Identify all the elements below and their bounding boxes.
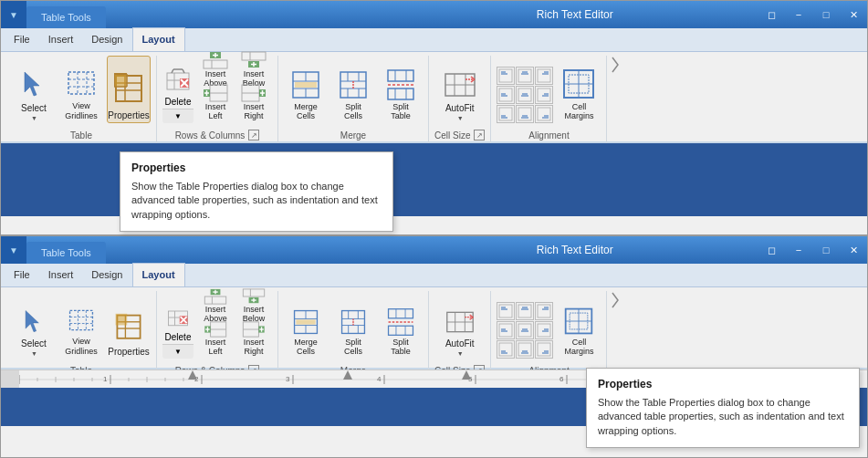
rows-expand-btn-top[interactable]: ↗ [248, 130, 259, 141]
insert-buttons-top: InsertAbove [197, 59, 272, 123]
minimize-button-bottom[interactable]: − [785, 236, 812, 264]
align-bot-center-bottom[interactable] [516, 340, 534, 359]
align-mid-center-bottom[interactable] [516, 321, 534, 339]
align-top-center-bottom[interactable] [516, 302, 534, 320]
properties-icon-bottom [114, 312, 143, 345]
group-cell-size-content-top: AutoFit ▼ [438, 56, 482, 127]
autofit-dropdown-bottom[interactable]: ▼ [457, 350, 464, 357]
align-top-left-top[interactable] [497, 67, 515, 85]
delete-button-bottom[interactable]: Delete [162, 297, 193, 344]
restore-button-bottom[interactable]: ◻ [758, 236, 785, 264]
align-mid-left-top[interactable] [497, 86, 515, 104]
app-title-bottom: Rich Text Editor [392, 244, 758, 256]
delete-dropdown-bottom[interactable]: ▼ [162, 344, 193, 359]
ribbon-scroll-right-bottom[interactable] [607, 291, 623, 309]
tooltip-title-top: Properties [131, 161, 382, 174]
svg-rect-49 [295, 82, 317, 88]
select-dropdown[interactable]: ▼ [31, 115, 37, 121]
tab-design-top[interactable]: Design [82, 27, 131, 51]
ribbon-scroll-right-top[interactable] [607, 56, 623, 74]
insert-right-icon [241, 84, 267, 102]
delete-button-wrapper-top: Delete ▼ [162, 61, 193, 123]
close-button-top[interactable]: ✕ [840, 1, 867, 28]
app-icon-top[interactable]: ▼ [1, 1, 26, 28]
window-controls-top: ◻ − □ ✕ [758, 1, 867, 28]
tab-layout-bottom[interactable]: Layout [132, 263, 185, 286]
insert-right-button-bottom[interactable]: InsertRight [235, 328, 272, 359]
table-tools-tab-bottom[interactable]: Table Tools [26, 242, 106, 264]
align-mid-right-top[interactable] [535, 86, 553, 104]
tab-insert-bottom[interactable]: Insert [39, 263, 83, 286]
view-gridlines-icon-bottom [67, 306, 96, 335]
restore-button-top[interactable]: ◻ [758, 1, 785, 28]
ribbon-top: Select ▼ View Gridlines [1, 52, 867, 143]
autofit-button-top[interactable]: AutoFit ▼ [438, 56, 482, 123]
svg-rect-87 [538, 88, 550, 101]
table-tools-tab-top[interactable]: Table Tools [26, 6, 106, 28]
split-cells-button-top[interactable]: SplitCells [331, 56, 375, 123]
tab-layout-top[interactable]: Layout [132, 27, 185, 51]
insert-left-button-top[interactable]: InsertLeft [197, 92, 234, 123]
align-mid-right-bottom[interactable] [535, 321, 553, 339]
align-bot-center-top[interactable] [516, 105, 534, 123]
delete-dropdown-top[interactable]: ▼ [162, 109, 193, 123]
properties-button-top[interactable]: Properties [107, 56, 151, 123]
tab-insert-top[interactable]: Insert [39, 27, 83, 51]
merge-cells-button-top[interactable]: MergeCells [284, 56, 328, 123]
svg-text:3: 3 [286, 375, 290, 383]
maximize-button-top[interactable]: □ [812, 1, 840, 28]
insert-right-button-top[interactable]: InsertRight [235, 92, 272, 123]
split-table-button-top[interactable]: SplitTable [379, 56, 423, 123]
tab-file-top[interactable]: File [5, 27, 39, 51]
align-top-left-bottom[interactable] [497, 302, 515, 320]
align-top-right-bottom[interactable] [535, 302, 553, 320]
align-mid-center-top[interactable] [516, 86, 534, 104]
align-bot-right-top[interactable] [535, 105, 553, 123]
svg-rect-125 [243, 289, 264, 297]
split-table-button-bottom[interactable]: SplitTable [379, 291, 423, 359]
align-bot-left-top[interactable] [497, 105, 515, 123]
view-gridlines-button-bottom[interactable]: ViewGridlines [59, 291, 103, 359]
tab-design-bottom[interactable]: Design [82, 263, 131, 286]
insert-left-button-bottom[interactable]: InsertLeft [197, 328, 234, 359]
svg-marker-225 [188, 370, 197, 380]
autofit-button-bottom[interactable]: AutoFit ▼ [438, 291, 482, 359]
minimize-button-top[interactable]: − [785, 1, 812, 28]
title-bar-bottom: ▼ Table Tools Rich Text Editor ◻ − □ ✕ [1, 236, 867, 264]
svg-rect-186 [499, 343, 512, 356]
select-dropdown-bottom[interactable]: ▼ [31, 350, 37, 357]
view-gridlines-icon [67, 67, 96, 99]
svg-rect-145 [296, 320, 315, 325]
align-top-right-top[interactable] [535, 67, 553, 85]
svg-rect-58 [388, 70, 413, 81]
svg-rect-192 [538, 343, 550, 356]
insert-below-icon-bottom [241, 288, 267, 305]
align-mid-left-bottom[interactable] [497, 321, 515, 339]
merge-cells-button-bottom[interactable]: MergeCells [284, 291, 328, 359]
align-bot-left-bottom[interactable] [497, 340, 515, 359]
insert-above-icon-bottom [203, 288, 228, 305]
select-button-top[interactable]: Select ▼ [12, 56, 56, 123]
properties-button-bottom[interactable]: Properties [107, 291, 151, 359]
merge-cells-icon [291, 68, 320, 101]
delete-label: Delete [165, 97, 192, 107]
cell-margins-button-top[interactable]: CellMargins [557, 56, 601, 123]
app-icon-bottom[interactable]: ▼ [1, 236, 26, 264]
autofit-dropdown[interactable]: ▼ [457, 115, 464, 121]
align-top-center-top[interactable] [516, 67, 534, 85]
select-button-bottom[interactable]: Select ▼ [12, 291, 56, 359]
delete-button-top[interactable]: Delete [162, 61, 193, 109]
svg-rect-180 [518, 324, 531, 337]
cell-margins-button-bottom[interactable]: CellMargins [557, 291, 601, 359]
maximize-button-bottom[interactable]: □ [812, 236, 840, 264]
group-rows-content-bottom: Delete ▼ [162, 291, 272, 362]
align-bot-right-bottom[interactable] [535, 340, 553, 359]
bottom-window: ▼ Table Tools Rich Text Editor ◻ − □ ✕ F… [0, 235, 868, 458]
split-cells-button-bottom[interactable]: SplitCells [331, 291, 375, 359]
align-grid-wrapper-bottom [497, 302, 553, 359]
close-button-bottom[interactable]: ✕ [840, 236, 867, 264]
cell-size-expand-btn-top[interactable]: ↗ [474, 130, 485, 141]
view-gridlines-button-top[interactable]: View Gridlines [59, 56, 103, 123]
tab-file-bottom[interactable]: File [5, 263, 39, 286]
group-merge-content-bottom: MergeCells [284, 291, 423, 362]
